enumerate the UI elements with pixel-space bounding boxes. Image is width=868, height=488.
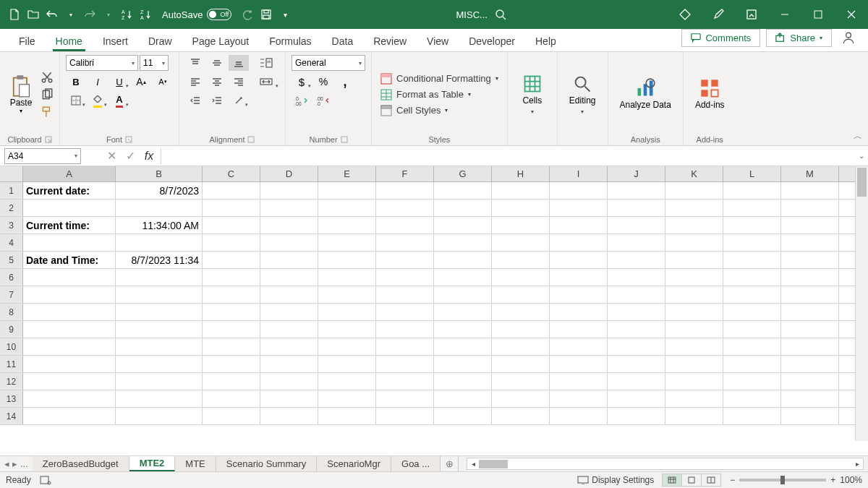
cell[interactable] [203, 182, 260, 199]
cell[interactable] [116, 234, 203, 251]
row-header[interactable]: 3 [0, 217, 23, 234]
name-box[interactable]: A34▾ [4, 148, 81, 164]
cell[interactable] [665, 321, 723, 338]
cells-button[interactable]: Cells▾ [514, 55, 551, 134]
close-button[interactable] [835, 0, 868, 29]
zoom-out-icon[interactable]: − [730, 475, 735, 485]
expand-formula-bar-icon[interactable]: ⌄ [855, 152, 868, 160]
cell[interactable] [665, 200, 723, 216]
row-header[interactable]: 11 [0, 356, 23, 372]
cell[interactable] [318, 286, 376, 303]
cell[interactable] [23, 356, 116, 372]
cell[interactable] [318, 182, 376, 199]
cell[interactable] [434, 373, 492, 390]
cell[interactable] [723, 217, 781, 234]
cell[interactable] [550, 373, 608, 390]
row-header[interactable]: 6 [0, 269, 23, 286]
sheet-tab[interactable]: MTE [175, 456, 216, 471]
decrease-font-icon[interactable]: A▾ [153, 74, 173, 90]
redo-icon[interactable] [81, 6, 98, 23]
ribbon-mode-icon[interactable] [735, 0, 768, 29]
cell[interactable] [434, 304, 492, 320]
cell[interactable] [723, 356, 781, 372]
cell[interactable] [665, 338, 723, 355]
tab-view[interactable]: View [417, 31, 459, 51]
cell[interactable] [116, 304, 203, 320]
cell[interactable] [318, 200, 376, 216]
cell[interactable] [781, 234, 839, 251]
page-break-view-icon[interactable] [701, 474, 721, 487]
cell[interactable] [665, 373, 723, 390]
cell[interactable] [492, 286, 550, 303]
cell[interactable] [492, 321, 550, 338]
cell[interactable] [723, 182, 781, 199]
page-layout-view-icon[interactable] [681, 474, 702, 487]
cell[interactable] [781, 200, 839, 216]
cell[interactable] [116, 338, 203, 355]
cell[interactable] [116, 200, 203, 216]
insert-function-icon[interactable]: fx [140, 148, 158, 164]
align-bottom-icon[interactable] [229, 55, 249, 71]
cell[interactable] [260, 304, 318, 320]
cell[interactable] [376, 321, 434, 338]
cell[interactable] [376, 356, 434, 372]
cell[interactable]: Date and Time: [23, 252, 116, 268]
cell[interactable]: 8/7/2023 [116, 182, 203, 199]
cell[interactable] [665, 304, 723, 320]
cell[interactable] [23, 338, 116, 355]
row-header[interactable]: 13 [0, 390, 23, 407]
cell-styles-button[interactable]: Cell Styles▾ [378, 103, 501, 118]
cell[interactable] [723, 286, 781, 303]
align-left-icon[interactable] [185, 74, 205, 90]
formula-input[interactable] [161, 148, 855, 164]
cell[interactable] [203, 217, 260, 234]
cell[interactable] [608, 373, 665, 390]
cell[interactable] [318, 304, 376, 320]
cell[interactable] [376, 338, 434, 355]
sheet-tab[interactable]: Scenario Summary [216, 456, 318, 471]
cell[interactable] [723, 200, 781, 216]
column-header[interactable]: C [203, 166, 260, 181]
merge-center-icon[interactable] [253, 74, 279, 90]
cell[interactable] [550, 408, 608, 424]
cell[interactable] [781, 182, 839, 199]
cell[interactable] [318, 390, 376, 407]
row-header[interactable]: 9 [0, 321, 23, 338]
autosave-toggle[interactable]: AutoSave Off [156, 9, 237, 20]
cell[interactable] [23, 234, 116, 251]
cell[interactable] [260, 234, 318, 251]
cell[interactable] [492, 217, 550, 234]
row-header[interactable]: 5 [0, 252, 23, 268]
cell[interactable] [492, 304, 550, 320]
cell[interactable] [318, 252, 376, 268]
cell[interactable] [434, 234, 492, 251]
cell[interactable] [492, 252, 550, 268]
cell[interactable] [550, 200, 608, 216]
cell[interactable] [260, 286, 318, 303]
tab-draw[interactable]: Draw [138, 31, 182, 51]
cell[interactable] [434, 200, 492, 216]
column-header[interactable]: K [665, 166, 723, 181]
cell[interactable] [608, 390, 665, 407]
cell[interactable] [203, 373, 260, 390]
cell[interactable] [665, 269, 723, 286]
cell[interactable] [376, 234, 434, 251]
cell[interactable] [203, 286, 260, 303]
format-painter-icon[interactable] [41, 106, 54, 119]
cell[interactable] [492, 390, 550, 407]
normal-view-icon[interactable] [662, 474, 682, 487]
cell[interactable] [116, 269, 203, 286]
cell[interactable] [376, 217, 434, 234]
cell[interactable] [608, 234, 665, 251]
cell[interactable] [550, 338, 608, 355]
analyze-data-button[interactable]: Analyze Data [614, 55, 677, 134]
decrease-indent-icon[interactable] [185, 93, 205, 108]
row-header[interactable]: 10 [0, 338, 23, 355]
increase-decimal-icon[interactable]: .0.00 [292, 93, 312, 108]
column-header[interactable]: E [318, 166, 376, 181]
cell[interactable] [608, 338, 665, 355]
cell[interactable] [260, 390, 318, 407]
dialog-launcher-icon[interactable] [341, 136, 348, 143]
column-header[interactable]: B [116, 166, 203, 181]
cell[interactable] [550, 182, 608, 199]
